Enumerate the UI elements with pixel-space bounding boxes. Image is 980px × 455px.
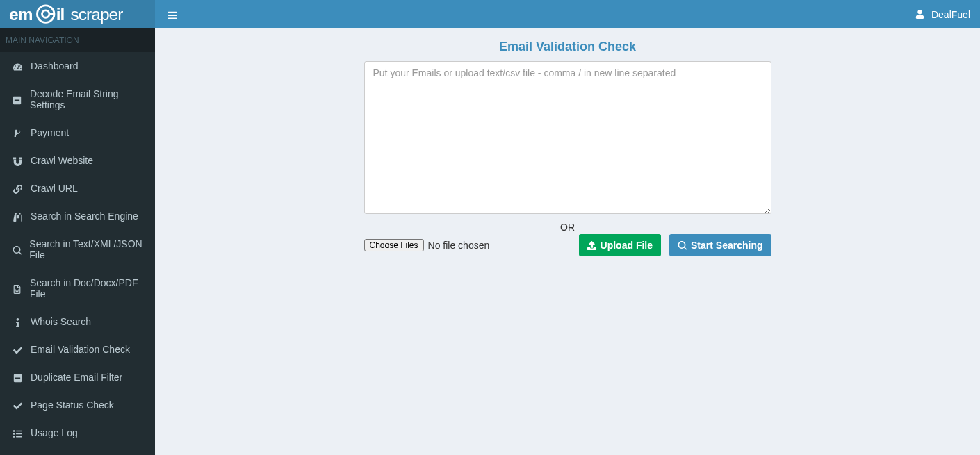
content-area: Email Validation Check OR Choose Files N… (155, 28, 980, 455)
sidebar-item-page-status[interactable]: Page Status Check (0, 391, 155, 419)
sidebar-item-label: Search in Search Engine (31, 210, 138, 222)
or-separator: OR (364, 222, 771, 233)
svg-text:scraper: scraper (70, 4, 123, 23)
check-icon (10, 344, 24, 354)
sidebar-toggle[interactable] (165, 6, 180, 22)
nav-section-header: MAIN NAVIGATION (0, 28, 155, 52)
sidebar-item-dashboard[interactable]: Dashboard (0, 52, 155, 80)
check-icon (10, 399, 24, 410)
paypal-icon (10, 127, 24, 138)
sidebar-item-label: Dashboard (31, 60, 79, 72)
sidebar-item-label: Page Status Check (31, 399, 114, 411)
sidebar-item-whois[interactable]: Whois Search (0, 308, 155, 336)
sidebar-item-search-doc[interactable]: Search in Doc/Docx/PDF File (0, 269, 155, 308)
start-button-label: Start Searching (691, 240, 762, 251)
brand-logo[interactable]: em il scraper (0, 0, 155, 28)
sidebar-item-label: Duplicate Email Filter (31, 372, 122, 383)
file-word-icon (10, 283, 24, 293)
sidebar-item-label: Search in Doc/Docx/PDF File (30, 277, 149, 299)
search-icon (678, 241, 687, 250)
search-icon (10, 244, 23, 254)
minus-square-icon (10, 94, 24, 104)
choose-files-button[interactable]: Choose Files (364, 239, 424, 251)
binoculars-icon (10, 210, 24, 221)
sidebar-item-label: Crawl URL (31, 183, 78, 194)
sidebar-item-duplicate-filter[interactable]: Duplicate Email Filter (0, 363, 155, 391)
file-status-label: No file chosen (428, 240, 490, 251)
sidebar-item-payment[interactable]: Payment (0, 119, 155, 147)
file-input-group: Choose Files No file chosen (364, 239, 490, 251)
svg-point-2 (42, 10, 49, 17)
sidebar: em il scraper MAIN NAVIGATION DashboardD… (0, 0, 155, 455)
sidebar-item-crawl-website[interactable]: Crawl Website (0, 147, 155, 174)
sidebar-item-label: Decode Email String Settings (30, 88, 149, 110)
upload-file-button[interactable]: Upload File (579, 234, 661, 256)
user-menu[interactable]: DealFuel (915, 9, 970, 20)
sidebar-item-search-engine[interactable]: Search in Search Engine (0, 202, 155, 230)
sidebar-item-search-text[interactable]: Search in Text/XML/JSON File (0, 230, 155, 269)
magnet-icon (10, 155, 24, 165)
sidebar-item-label: Crawl Website (31, 155, 93, 166)
upload-button-label: Upload File (601, 240, 653, 251)
svg-text:em: em (9, 4, 33, 23)
page-title: Email Validation Check (499, 40, 636, 54)
svg-text:il: il (56, 4, 64, 23)
sidebar-item-usage-log[interactable]: Usage Log (0, 419, 155, 447)
nav-list: DashboardDecode Email String SettingsPay… (0, 52, 155, 447)
user-icon (915, 10, 924, 19)
list-icon (10, 427, 24, 438)
minus-square-icon (10, 372, 24, 382)
sidebar-item-label: Search in Text/XML/JSON File (29, 238, 149, 260)
link-icon (10, 183, 24, 193)
sidebar-item-email-validation[interactable]: Email Validation Check (0, 336, 155, 363)
sidebar-item-crawl-url[interactable]: Crawl URL (0, 174, 155, 202)
upload-icon (587, 241, 596, 250)
bars-icon (168, 10, 177, 20)
username-label: DealFuel (931, 9, 970, 20)
sidebar-item-label: Email Validation Check (31, 344, 130, 355)
info-icon (10, 316, 24, 326)
sidebar-item-decode-email[interactable]: Decode Email String Settings (0, 80, 155, 119)
topbar: DealFuel (155, 0, 980, 28)
sidebar-item-label: Payment (31, 127, 69, 138)
sidebar-item-label: Whois Search (31, 316, 91, 327)
sidebar-item-label: Usage Log (31, 427, 78, 438)
emails-textarea[interactable] (364, 61, 771, 214)
start-searching-button[interactable]: Start Searching (669, 234, 771, 256)
dashboard-icon (10, 60, 24, 71)
